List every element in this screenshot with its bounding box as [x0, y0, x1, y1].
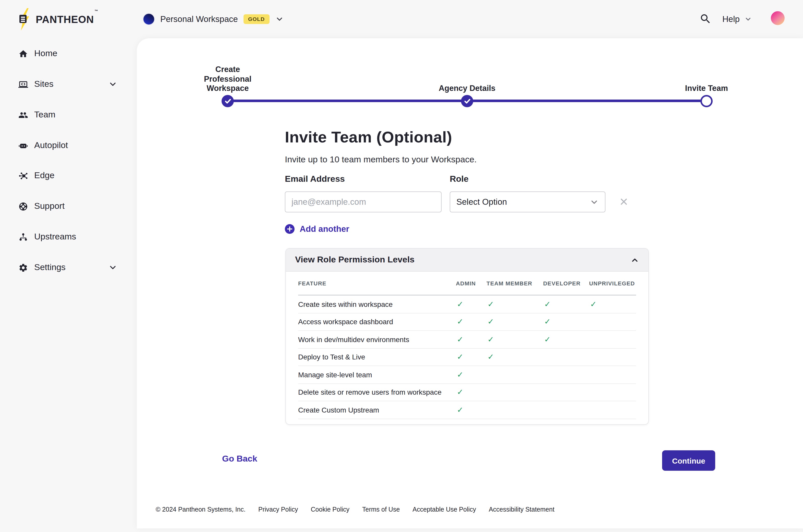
sidebar: Home Sites Team Autopilot [0, 38, 137, 532]
permissions-table: FEATURE ADMIN TEAM MEMBER DEVELOPER UNPR… [286, 272, 648, 419]
sidebar-item-home[interactable]: Home [0, 41, 137, 66]
chevron-down-icon [275, 15, 284, 23]
permissions-table-header: FEATURE ADMIN TEAM MEMBER DEVELOPER UNPR… [298, 272, 636, 296]
role-label: Role [450, 174, 469, 184]
panel-header-toggle[interactable]: View Role Permission Levels [286, 249, 648, 272]
email-field[interactable] [285, 191, 442, 212]
footer-link-privacy[interactable]: Privacy Policy [258, 506, 298, 513]
col-developer: DEVELOPER [543, 280, 589, 286]
add-another-button[interactable]: Add another [285, 224, 349, 234]
col-feature: FEATURE [298, 280, 456, 286]
col-admin: ADMIN [456, 280, 486, 286]
autopilot-icon [18, 141, 28, 150]
step-dot-complete-1[interactable] [222, 95, 234, 107]
footer-link-accessibility[interactable]: Accessibility Statement [489, 506, 554, 513]
page-title: Invite Team (Optional) [285, 128, 452, 147]
step-dot-current[interactable] [701, 95, 713, 107]
workspace-name: Personal Workspace [160, 14, 238, 24]
chevron-down-icon [108, 263, 117, 272]
pantheon-bolt-icon [17, 8, 32, 31]
edge-icon [18, 171, 28, 180]
sites-icon [18, 79, 28, 89]
workspace-plan-badge: GOLD [244, 15, 269, 24]
plus-icon [285, 224, 294, 234]
check-admin: ✓ [456, 405, 486, 415]
upstreams-icon [18, 232, 28, 242]
check-icon [464, 98, 471, 104]
chevron-down-icon [744, 15, 752, 23]
sidebar-item-sites[interactable]: Sites [0, 72, 137, 96]
check-unprivileged: ✓ [589, 300, 637, 309]
step-label-agency-details: Agency Details [411, 61, 523, 93]
check-icon [224, 98, 231, 104]
workspace-switcher[interactable]: Personal Workspace GOLD [143, 0, 284, 38]
check-admin: ✓ [456, 317, 486, 326]
chevron-up-icon [630, 255, 639, 264]
sidebar-item-support[interactable]: Support [0, 194, 137, 218]
footer-link-acceptable-use[interactable]: Acceptable Use Policy [413, 506, 476, 513]
table-row: Create sites within workspace ✓ ✓ ✓ ✓ [298, 296, 636, 313]
check-team-member: ✓ [486, 317, 543, 326]
add-another-label: Add another [300, 224, 349, 234]
email-label: Email Address [285, 174, 345, 184]
continue-button[interactable]: Continue [662, 450, 715, 471]
sidebar-item-upstreams[interactable]: Upstreams [0, 225, 137, 249]
sidebar-item-team[interactable]: Team [0, 102, 137, 127]
table-row: Delete sites or remove users from worksp… [298, 384, 636, 401]
col-team-member: TEAM MEMBER [486, 280, 543, 286]
chevron-down-icon [590, 197, 599, 207]
sidebar-item-settings[interactable]: Settings [0, 255, 137, 280]
help-label: Help [722, 14, 740, 24]
table-row: Work in dev/multidev environments ✓ ✓ ✓ [298, 331, 636, 348]
app-root: PANTHEON™ Personal Workspace GOLD Help H… [0, 0, 803, 532]
copyright: © 2024 Pantheon Systems, Inc. [156, 506, 246, 513]
panel-title: View Role Permission Levels [295, 255, 415, 265]
col-unprivileged: UNPRIVILEGED [589, 280, 637, 286]
chevron-down-icon [108, 80, 117, 89]
user-avatar[interactable] [771, 11, 785, 25]
check-admin: ✓ [456, 388, 486, 397]
search-icon[interactable] [700, 13, 712, 25]
logo-wordmark: PANTHEON™ [36, 14, 97, 25]
sidebar-item-autopilot[interactable]: Autopilot [0, 133, 137, 158]
step-label-create-workspace: Create Professional Workspace [172, 61, 284, 93]
check-team-member: ✓ [486, 300, 543, 309]
table-row: Create Custom Upstream ✓ [298, 401, 636, 419]
table-row: Access workspace dashboard ✓ ✓ ✓ [298, 313, 636, 331]
footer-link-cookie[interactable]: Cookie Policy [311, 506, 349, 513]
sidebar-item-edge[interactable]: Edge [0, 164, 137, 188]
check-developer: ✓ [543, 300, 589, 309]
table-row: Deploy to Test & Live ✓ ✓ [298, 348, 636, 366]
header-right: Help [650, 0, 803, 38]
page-subtitle: Invite up to 10 team members to your Wor… [285, 155, 477, 165]
check-developer: ✓ [543, 317, 589, 326]
footer: © 2024 Pantheon Systems, Inc. Privacy Po… [156, 506, 554, 513]
support-icon [18, 202, 28, 211]
check-developer: ✓ [543, 335, 589, 344]
check-admin: ✓ [456, 300, 486, 309]
check-admin: ✓ [456, 335, 486, 344]
check-team-member: ✓ [486, 353, 543, 362]
help-menu[interactable]: Help [722, 0, 752, 38]
pantheon-logo[interactable]: PANTHEON™ [17, 8, 97, 31]
team-icon [18, 110, 28, 120]
settings-icon [18, 263, 28, 272]
home-icon [18, 49, 28, 58]
footer-link-terms[interactable]: Terms of Use [362, 506, 400, 513]
check-admin: ✓ [456, 353, 486, 362]
step-label-invite-team: Invite Team [650, 61, 763, 93]
role-select[interactable]: Select Option [450, 191, 606, 212]
app-viewport: PANTHEON™ Personal Workspace GOLD Help H… [0, 0, 803, 532]
remove-row-icon[interactable] [619, 196, 629, 207]
check-team-member: ✓ [486, 335, 543, 344]
role-select-value: Select Option [456, 197, 507, 207]
go-back-link[interactable]: Go Back [222, 454, 257, 464]
step-dot-complete-2[interactable] [461, 95, 473, 107]
table-row: Manage site-level team ✓ [298, 366, 636, 384]
role-permissions-panel: View Role Permission Levels FEATURE ADMI… [285, 248, 649, 425]
check-admin: ✓ [456, 370, 486, 379]
workspace-avatar [143, 13, 155, 25]
main-content-card: Create Professional Workspace Agency Det… [137, 38, 803, 528]
